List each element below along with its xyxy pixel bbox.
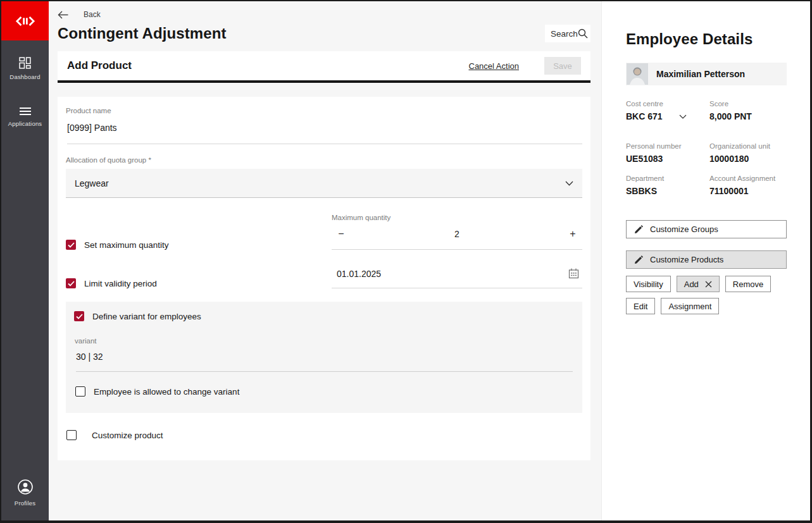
customize-product-label: Customize product: [92, 431, 163, 440]
calendar-icon[interactable]: [568, 268, 579, 279]
add-button[interactable]: Add: [677, 276, 720, 292]
cancel-action-link[interactable]: Cancel Action: [469, 61, 520, 71]
sidebar-item-profiles[interactable]: Profiles: [15, 479, 35, 507]
add-product-form: Product name [0999] Pants Allocation of …: [58, 97, 590, 460]
profile-icon: [17, 479, 34, 495]
account-assignment-value: 71100001: [709, 186, 787, 196]
product-action-buttons: Visibility Add Remove Edit Assignment: [626, 276, 787, 314]
quota-group-label: Allocation of quota group *: [66, 156, 582, 164]
sidebar-item-label: Dashboard: [9, 73, 40, 80]
customize-groups-button[interactable]: Customize Groups: [626, 220, 787, 238]
field-personal-number: Personal number UE51083: [626, 142, 709, 164]
variant-panel: Define variant for employees variant 30 …: [66, 302, 582, 413]
product-name-label: Product name: [66, 107, 582, 114]
field-department: Department SBBKS: [626, 175, 709, 196]
back-button[interactable]: Back: [58, 1, 127, 19]
allow-change-variant-checkbox[interactable]: [75, 386, 85, 397]
quantity-stepper: − 2 +: [332, 228, 582, 250]
search-icon: [578, 28, 588, 39]
close-icon[interactable]: [705, 281, 712, 288]
chevron-down-icon[interactable]: [679, 114, 687, 119]
limit-validity-label: Limit validity period: [84, 279, 157, 288]
page-title: Contingent Adjustment: [58, 25, 227, 42]
quota-group-value: Legwear: [75, 178, 109, 188]
dashboard-icon: [19, 57, 31, 69]
validity-date-value: 01.01.2025: [337, 269, 381, 279]
variant-value-field[interactable]: 30 | 32: [76, 352, 573, 372]
pencil-icon: [634, 225, 643, 234]
max-quantity-label: Maximum quantity: [332, 214, 582, 221]
validity-date-field[interactable]: 01.01.2025: [332, 268, 582, 288]
employee-card[interactable]: Maximilian Petterson: [626, 63, 787, 85]
field-account-assignment: Account Assignment 71100001: [709, 175, 787, 196]
set-max-quantity-label: Set maximum quantity: [84, 240, 169, 250]
allow-change-variant-row: Employee is allowed to change variant: [75, 386, 574, 397]
section-header: Add Product Cancel Action Save: [58, 51, 590, 83]
set-max-quantity-checkbox[interactable]: [66, 240, 76, 250]
organizational-unit-value: 10000180: [709, 154, 787, 164]
assignment-button[interactable]: Assignment: [661, 298, 719, 314]
add-label: Add: [684, 280, 699, 289]
limit-validity-row: Limit validity period: [66, 278, 332, 288]
employee-fields: Cost centre BKC 671 Score 8,000 PNT Pers…: [626, 100, 787, 207]
pencil-icon: [634, 255, 643, 264]
score-value: 8,000 PNT: [709, 111, 787, 121]
customize-product-row: Customize product: [66, 430, 582, 440]
cost-centre-value[interactable]: BKC 671: [626, 111, 663, 121]
sbb-logo-icon: [15, 16, 36, 26]
customize-products-button[interactable]: Customize Products: [626, 250, 787, 269]
sidebar-item-applications[interactable]: Applications: [8, 107, 42, 127]
customize-products-label: Customize Products: [650, 255, 723, 264]
quota-group-select[interactable]: Legwear: [66, 169, 582, 198]
product-name-field[interactable]: [0999] Pants: [67, 123, 582, 144]
sidebar-item-dashboard[interactable]: Dashboard: [9, 57, 40, 80]
sidebar-item-label: Applications: [8, 120, 42, 127]
applications-icon: [19, 107, 32, 116]
page-header: Contingent Adjustment Search: [58, 25, 590, 42]
save-button[interactable]: Save: [544, 57, 581, 75]
employee-details-title: Employee Details: [626, 30, 787, 48]
back-label: Back: [84, 10, 101, 19]
personal-number-value: UE51083: [626, 154, 709, 164]
set-max-quantity-row: Set maximum quantity: [66, 240, 332, 250]
search-placeholder: Search: [551, 29, 578, 39]
customize-product-checkbox[interactable]: [66, 430, 77, 440]
allow-change-variant-label: Employee is allowed to change variant: [94, 387, 239, 397]
employee-details-panel: Employee Details Maximilian Petterson Co…: [601, 1, 810, 520]
customize-groups-label: Customize Groups: [650, 225, 718, 234]
field-score: Score 8,000 PNT: [709, 100, 787, 121]
sidebar: Dashboard Applications Profile: [1, 1, 49, 520]
field-organizational-unit: Organizational unit 10000180: [709, 142, 787, 164]
field-cost-centre: Cost centre BKC 671: [626, 100, 709, 121]
section-title: Add Product: [67, 59, 132, 72]
visibility-button[interactable]: Visibility: [626, 276, 671, 292]
define-variant-checkbox[interactable]: [74, 311, 84, 321]
avatar: [627, 63, 648, 85]
edit-button[interactable]: Edit: [626, 298, 655, 314]
sidebar-item-label: Profiles: [15, 500, 35, 507]
main-content: Back Contingent Adjustment Search Add Pr…: [49, 1, 601, 520]
department-value: SBBKS: [626, 186, 709, 196]
remove-button[interactable]: Remove: [725, 276, 771, 292]
minus-button[interactable]: −: [335, 228, 347, 240]
variant-label: variant: [75, 337, 574, 345]
chevron-down-icon: [565, 181, 573, 186]
app-window: Dashboard Applications Profile: [0, 0, 812, 523]
brand-logo[interactable]: [1, 1, 49, 40]
search-input[interactable]: Search: [545, 25, 590, 42]
define-variant-row: Define variant for employees: [74, 311, 574, 321]
plus-button[interactable]: +: [566, 228, 579, 240]
employee-name: Maximilian Petterson: [656, 69, 745, 79]
back-arrow-icon: [58, 11, 68, 19]
quantity-value[interactable]: 2: [454, 229, 459, 239]
limit-validity-checkbox[interactable]: [66, 278, 76, 288]
define-variant-label: Define variant for employees: [92, 312, 201, 321]
